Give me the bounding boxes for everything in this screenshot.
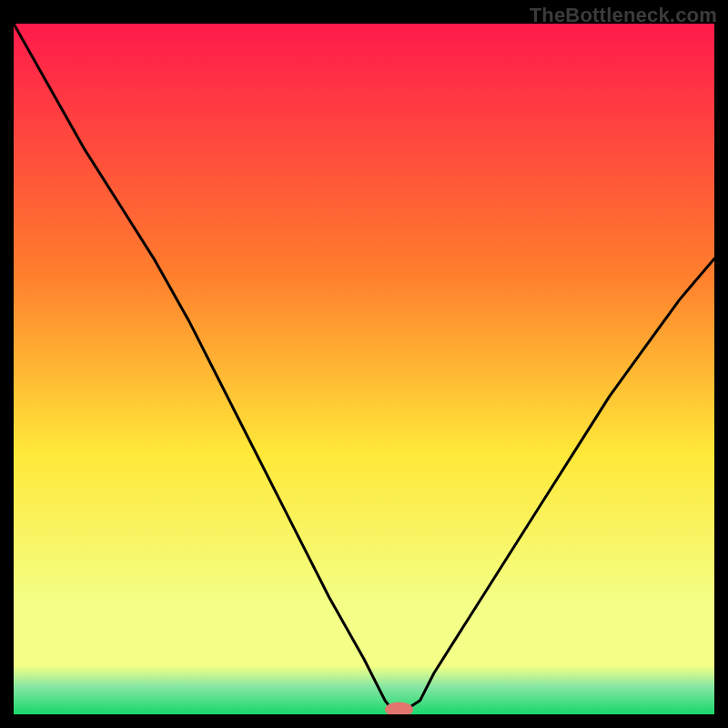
gradient-background (14, 24, 714, 714)
bottleneck-chart-svg (14, 24, 714, 714)
watermark-label: TheBottleneck.com (530, 4, 717, 27)
plot-area (14, 24, 714, 714)
chart-frame: TheBottleneck.com (0, 0, 728, 728)
